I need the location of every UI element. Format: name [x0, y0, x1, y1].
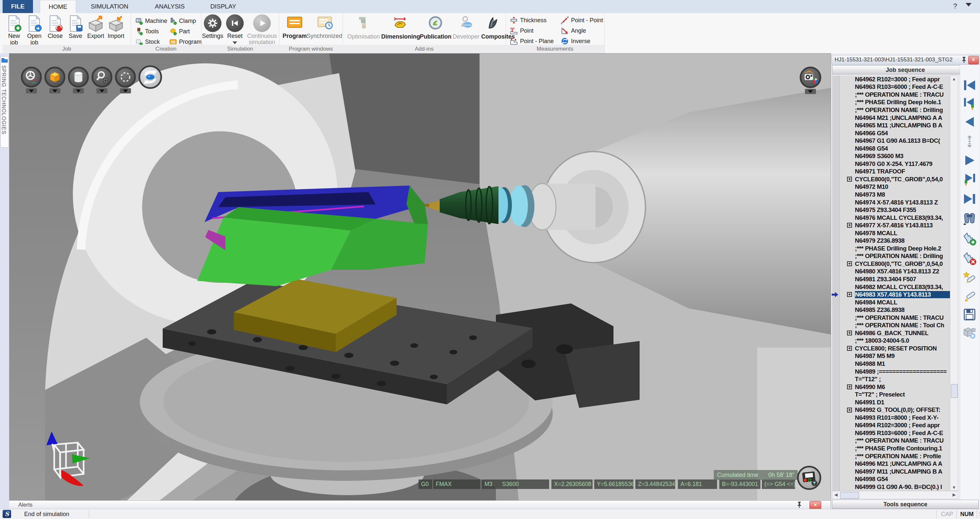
developer-button[interactable]: ACNU Developer	[451, 16, 481, 40]
step-back-icon[interactable]	[963, 115, 977, 129]
alerts-bar[interactable]: Alerts	[9, 500, 831, 509]
part-button[interactable]: Part	[169, 26, 202, 37]
tools-button[interactable]: Tools	[135, 26, 167, 37]
auto-scroll-icon[interactable]	[963, 135, 977, 148]
zoom-dropdown-icon[interactable]	[96, 88, 108, 94]
code-line[interactable]: + N64985 Z236.8938	[840, 306, 950, 314]
selection-button[interactable]	[115, 67, 136, 88]
code-line[interactable]: + N64986 G_BACK_TUNNEL	[840, 329, 950, 337]
solid-view-dropdown-icon[interactable]	[49, 88, 60, 94]
reset-dropdown-icon[interactable]	[232, 41, 237, 44]
tools-sequence-header[interactable]: Tools sequence	[832, 500, 979, 509]
code-line[interactable]: + N64963 R103=6000 ; Feed A-C-E	[840, 83, 950, 91]
job-sequence-header[interactable]: Job sequence	[832, 65, 979, 75]
import-button[interactable]: Import	[106, 15, 126, 39]
panel-title-bar[interactable]: HJ1-15531-321-003\HJ1-15531-321-003_STG2	[832, 55, 979, 65]
scroll-left-icon[interactable]: ◀	[834, 492, 838, 497]
angle-button[interactable]: Angle	[560, 25, 603, 36]
scroll-right-icon[interactable]: ▶	[952, 492, 956, 497]
code-line[interactable]: + N64990 M6	[840, 383, 950, 391]
expand-icon[interactable]: +	[847, 384, 852, 389]
code-line[interactable]: + ;*** OPERATION NAME : Tool Ch	[840, 322, 950, 330]
code-line[interactable]: + N64965 M11 ;UNCLAMPING B A	[840, 121, 950, 129]
skip-to-end-icon[interactable]	[963, 192, 977, 206]
edit-icon[interactable]	[963, 290, 977, 303]
zoom-button[interactable]	[91, 67, 112, 88]
spring-technologies-tab[interactable]: SPRING TECHNOLOGIES	[0, 56, 9, 148]
code-line[interactable]: + ;*** OPERATION NAME : TRACU	[840, 91, 950, 99]
code-line[interactable]: + ;*** PHASE Drilling Deep Hole.1	[840, 99, 950, 107]
dimensioning-button[interactable]: Dimensioning	[381, 16, 420, 40]
code-line[interactable]: + N64981 Z93.3404 F507	[840, 275, 950, 283]
pin-icon[interactable]	[961, 56, 967, 64]
tab-analysis[interactable]: ANALYSIS	[146, 0, 193, 13]
optimisation-button[interactable]: Optimisation	[346, 16, 381, 40]
code-line[interactable]: + ;*** OPERATION NAME : TRACU	[840, 437, 950, 445]
expand-icon[interactable]: +	[847, 292, 852, 297]
code-line[interactable]: + N64996 M21 ;UNCLAMPING A A	[840, 460, 950, 468]
point-button[interactable]: xyz Point	[510, 25, 554, 36]
remove-selection-icon[interactable]	[963, 252, 977, 265]
tab-display[interactable]: DISPLAY	[202, 0, 245, 13]
scroll-up-icon[interactable]: ▲	[950, 76, 958, 81]
new-job-button[interactable]: New job	[4, 15, 24, 46]
code-line[interactable]: + N64972 M10	[840, 183, 950, 191]
code-line[interactable]: + ;*** OPERATION NAME : TRACU	[840, 314, 950, 322]
composites-button[interactable]: Composites	[481, 16, 505, 40]
simulation-viewport[interactable]: G0 FMAX M3S3600 X=2.26305608 Y=5.6618553…	[9, 53, 831, 501]
solid-view-button[interactable]	[45, 67, 65, 88]
code-line[interactable]: + N64984 MCALL	[840, 299, 950, 306]
skip-to-start-tool-icon[interactable]	[963, 97, 977, 110]
code-line[interactable]: + N64976 MCALL CYCLE83(93.34,	[840, 214, 950, 222]
code-line[interactable]: + N64979 Z236.8938	[840, 237, 950, 245]
code-line[interactable]: + N64971 TRAFOOF	[840, 168, 950, 176]
snapshot-dropdown-icon[interactable]	[805, 89, 816, 94]
code-line[interactable]: + N64970 G0 X-254. Y117.4679	[840, 160, 950, 168]
scroll-down-icon[interactable]: ▼	[950, 485, 958, 490]
skip-to-start-icon[interactable]	[963, 78, 977, 92]
expand-icon[interactable]: +	[847, 408, 852, 412]
code-line[interactable]: + N64993 R101=8000 ; Feed X-Y-	[840, 414, 950, 422]
view-orientation-dropdown-icon[interactable]	[26, 88, 37, 94]
export-button[interactable]: Export	[86, 15, 106, 39]
code-line[interactable]: + N64966 G54	[840, 129, 950, 137]
code-line[interactable]: + N64998 G54	[840, 475, 950, 483]
publication-button[interactable]: Publication	[420, 16, 451, 40]
code-line[interactable]: + ;*** OPERATION NAME : Profile	[840, 452, 950, 460]
code-line[interactable]: + ;*** 18003-24004-5.0	[840, 337, 950, 345]
code-line[interactable]: + T="T12" ;	[840, 375, 950, 383]
synchronized-window-button[interactable]: Synchronized	[306, 16, 342, 40]
refresh-view-button[interactable]	[138, 65, 162, 89]
tab-simulation[interactable]: SIMULATION	[82, 0, 137, 13]
alerts-pin-icon[interactable]	[796, 501, 802, 508]
skip-to-end-tool-icon[interactable]	[963, 172, 977, 186]
clamp-button[interactable]: Clamp	[169, 16, 202, 26]
code-line[interactable]: + N64969 S3600 M3	[840, 152, 950, 160]
view-orientation-button[interactable]	[21, 67, 42, 88]
control-panel-button[interactable]	[797, 466, 821, 490]
stock-view-dropdown-icon[interactable]	[73, 88, 84, 94]
add-selection-icon[interactable]	[963, 232, 977, 246]
code-line[interactable]: + N64980 X57.4816 Y143.8113 Z2	[840, 268, 950, 275]
settings-button[interactable]: Settings	[200, 14, 225, 39]
close-job-button[interactable]: Close	[45, 15, 65, 39]
alerts-close-button[interactable]: ×	[810, 501, 821, 509]
expand-icon[interactable]: +	[847, 223, 852, 228]
code-line[interactable]: + CYCLE800(0,"TC_GROB",0,54,0	[840, 260, 950, 268]
vertical-scroll-thumb[interactable]	[951, 384, 958, 398]
code-line[interactable]: + N64989 ;====================	[840, 368, 950, 376]
code-line[interactable]: + N64982 MCALL CYCLE83(93.34,	[840, 283, 950, 291]
code-line[interactable]: + N64978 MCALL	[840, 229, 950, 237]
code-line[interactable]: + N64999 G1 G90 A-90. B=DC(0.) I	[840, 483, 950, 491]
program-window-button[interactable]: Program	[282, 16, 308, 40]
play-icon[interactable]	[963, 153, 977, 167]
edit-new-icon[interactable]	[963, 271, 977, 285]
code-line[interactable]: + N64977 X-57.4816 Y143.8113	[840, 221, 950, 229]
code-line[interactable]: + N64983 X57.4816 Y143.8113	[840, 291, 950, 299]
code-line[interactable]: + N64997 M11 ;UNCLAMPING B A	[840, 468, 950, 476]
gcode-list[interactable]: + N64962 R102=3000 ; Feed appr + N64963 …	[840, 75, 950, 491]
code-line[interactable]: + CYCLE800; RESET POSITION	[840, 345, 950, 352]
point-point-button[interactable]: xx Point - Point	[560, 15, 603, 25]
panel-close-button[interactable]: ×	[968, 56, 979, 64]
code-line[interactable]: + N64962 R102=3000 ; Feed appr	[840, 75, 950, 83]
